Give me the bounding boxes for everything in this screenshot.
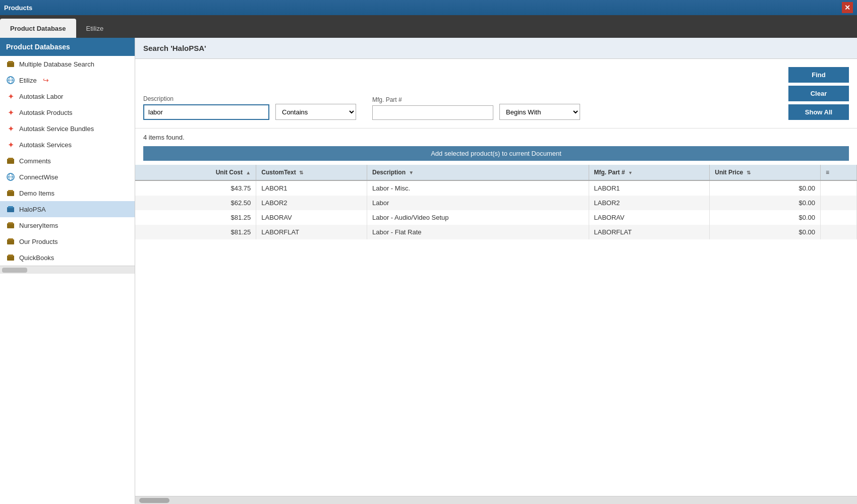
svg-rect-15 xyxy=(8,222,13,224)
sidebar-item-label: Autotask Service Bundles xyxy=(19,125,94,133)
cell-extra xyxy=(821,180,857,196)
cell-extra xyxy=(821,196,857,210)
sidebar-item-our-products[interactable]: Our Products xyxy=(0,233,135,249)
scrollbar-thumb xyxy=(139,498,169,503)
box-icon xyxy=(6,59,15,69)
cell-unit-price: $0.00 xyxy=(710,210,821,225)
cell-unit-price: $0.00 xyxy=(710,225,821,239)
tab-bar: Product Database Etilize xyxy=(0,15,857,38)
box-icon xyxy=(6,221,15,230)
cell-mfg-part: LABORAV xyxy=(589,210,710,225)
sidebar: Product Databases Multiple Database Sear… xyxy=(0,38,135,504)
mfg-part-select[interactable]: Begins With Contains Ends With Exact xyxy=(499,104,580,120)
svg-rect-13 xyxy=(8,206,13,208)
box-icon xyxy=(6,188,15,198)
sidebar-item-comments[interactable]: Comments xyxy=(0,153,135,169)
sidebar-header: Product Databases xyxy=(0,38,135,56)
clear-button[interactable]: Clear xyxy=(788,86,849,101)
description-input[interactable] xyxy=(143,104,269,120)
cell-unit-cost: $81.25 xyxy=(135,225,256,239)
table-header-row: Unit Cost ▲ CustomText ⇅ Description ▼ xyxy=(135,165,857,180)
cell-unit-cost: $62.50 xyxy=(135,196,256,210)
col-header-unit-cost[interactable]: Unit Cost ▲ xyxy=(135,165,256,180)
window-title: Products xyxy=(4,4,32,12)
col-header-description[interactable]: Description ▼ xyxy=(367,165,589,180)
table-row[interactable]: $81.25 LABORAV Labor - Audio/Video Setup… xyxy=(135,210,857,225)
star-icon: ✦ xyxy=(6,92,15,101)
description-field-group: Description xyxy=(143,95,269,120)
svg-rect-1 xyxy=(8,61,13,63)
sidebar-item-connectwise[interactable]: ConnectWise xyxy=(0,169,135,185)
column-menu-icon[interactable]: ≡ xyxy=(826,169,829,176)
cell-custom-text: LABOR1 xyxy=(256,180,367,196)
sidebar-horizontal-scrollbar[interactable] xyxy=(0,266,135,274)
cell-extra xyxy=(821,210,857,225)
search-title: Search 'HaloPSA' xyxy=(135,38,857,59)
sidebar-item-label: Autotask Products xyxy=(19,109,73,116)
col-header-mfg-part[interactable]: Mfg. Part # ▼ xyxy=(589,165,710,180)
star-icon: ✦ xyxy=(6,140,15,149)
cell-unit-price: $0.00 xyxy=(710,180,821,196)
cell-custom-text: LABOR2 xyxy=(256,196,367,210)
box-icon xyxy=(6,156,15,165)
sidebar-item-demo-items[interactable]: Demo Items xyxy=(0,185,135,201)
cell-extra xyxy=(821,225,857,239)
table-body: $43.75 LABOR1 Labor - Misc. LABOR1 $0.00… xyxy=(135,180,857,239)
star-icon: ✦ xyxy=(6,108,15,117)
sidebar-item-label: ConnectWise xyxy=(19,173,58,181)
box-icon xyxy=(6,237,15,246)
mfg-part-field-group: Mfg. Part # xyxy=(372,96,493,120)
search-section: Description Contains Begins With Ends Wi… xyxy=(135,59,857,129)
mfg-part-label: Mfg. Part # xyxy=(372,96,493,103)
action-buttons: Find Clear Show All xyxy=(788,67,849,120)
box-icon xyxy=(6,253,15,262)
tab-product-database[interactable]: Product Database xyxy=(0,19,76,38)
contains-select[interactable]: Contains Begins With Ends With Exact xyxy=(275,104,356,120)
close-button[interactable]: ✕ xyxy=(842,2,853,13)
find-button[interactable]: Find xyxy=(788,67,849,83)
svg-rect-19 xyxy=(8,255,13,257)
sidebar-item-multiple-database-search[interactable]: Multiple Database Search xyxy=(0,56,135,72)
cell-mfg-part: LABOR1 xyxy=(589,180,710,196)
sidebar-item-label: Demo Items xyxy=(19,190,54,197)
table-row[interactable]: $62.50 LABOR2 Labor LABOR2 $0.00 xyxy=(135,196,857,210)
content-horizontal-scrollbar[interactable] xyxy=(135,496,857,504)
tab-etilize[interactable]: Etilize xyxy=(76,19,114,38)
title-bar: Products ✕ xyxy=(0,0,857,15)
results-table: Unit Cost ▲ CustomText ⇅ Description ▼ xyxy=(135,165,857,239)
sidebar-item-etilize[interactable]: Etilize ↪ xyxy=(0,72,135,88)
sidebar-item-label: Autotask Labor xyxy=(19,93,63,100)
sidebar-item-quickbooks[interactable]: QuickBooks xyxy=(0,249,135,266)
cell-mfg-part: LABORFLAT xyxy=(589,225,710,239)
table-row[interactable]: $43.75 LABOR1 Labor - Misc. LABOR1 $0.00 xyxy=(135,180,857,196)
sidebar-item-label: HaloPSA xyxy=(19,206,46,213)
sort-arrow-mfg-part: ▼ xyxy=(628,170,633,175)
svg-rect-17 xyxy=(8,238,13,240)
globe-icon xyxy=(6,76,15,85)
sidebar-item-autotask-services[interactable]: ✦ Autotask Services xyxy=(0,137,135,153)
mfg-part-input[interactable] xyxy=(372,105,493,120)
sort-arrow-description: ▼ xyxy=(409,170,414,175)
sidebar-item-autotask-service-bundles[interactable]: ✦ Autotask Service Bundles xyxy=(0,120,135,137)
col-header-custom-text[interactable]: CustomText ⇅ xyxy=(256,165,367,180)
box-icon xyxy=(6,205,15,214)
star-icon: ✦ xyxy=(6,124,15,133)
table-wrapper[interactable]: Unit Cost ▲ CustomText ⇅ Description ▼ xyxy=(135,165,857,496)
cell-custom-text: LABORAV xyxy=(256,210,367,225)
sort-arrow-unit-cost: ▲ xyxy=(246,170,251,175)
sidebar-item-autotask-labor[interactable]: ✦ Autotask Labor xyxy=(0,88,135,104)
cell-unit-cost: $43.75 xyxy=(135,180,256,196)
add-selected-button[interactable]: Add selected product(s) to current Docum… xyxy=(143,146,849,161)
table-row[interactable]: $81.25 LABORFLAT Labor - Flat Rate LABOR… xyxy=(135,225,857,239)
sidebar-item-nursery-items[interactable]: NurseryItems xyxy=(0,217,135,233)
show-all-button[interactable]: Show All xyxy=(788,104,849,120)
col-header-unit-price[interactable]: Unit Price ⇅ xyxy=(710,165,821,180)
sidebar-item-autotask-products[interactable]: ✦ Autotask Products xyxy=(0,104,135,120)
cell-description: Labor xyxy=(367,196,589,210)
results-info: 4 items found. xyxy=(135,129,857,146)
sidebar-item-label: Autotask Services xyxy=(19,141,72,149)
cell-unit-price: $0.00 xyxy=(710,196,821,210)
cell-description: Labor - Audio/Video Setup xyxy=(367,210,589,225)
sidebar-item-halopsa[interactable]: HaloPSA xyxy=(0,201,135,217)
col-header-extra: ≡ xyxy=(821,165,857,180)
